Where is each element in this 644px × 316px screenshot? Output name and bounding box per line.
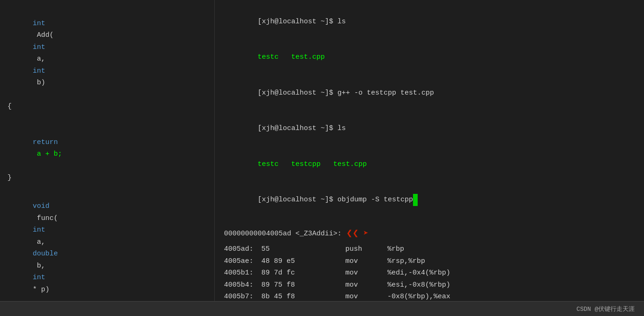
term-line-5: testc testcpp test.cpp xyxy=(224,146,635,182)
keyword-int5: int xyxy=(33,274,45,282)
red-arrow-1: ❮❮ xyxy=(346,225,359,242)
param-a2: a, xyxy=(33,238,49,246)
keyword-void: void xyxy=(33,202,49,210)
code-line-1: int Add( int a, int b) xyxy=(7,6,207,101)
brace-close: } xyxy=(7,174,12,182)
param-p: * p) xyxy=(33,286,49,294)
asm-row-f1-2: 4005ae: 48 89 e5 mov %rsp,%rbp xyxy=(224,255,635,268)
left-panel: int Add( int a, int b) { return a + b; }… xyxy=(0,0,215,301)
asm-row-f1-4: 4005b4: 89 75 f8 mov %esi,-0x8(%rbp) xyxy=(224,279,635,291)
fn-add: Add( xyxy=(33,31,54,39)
op: %rsp,%rbp xyxy=(387,255,425,268)
addr: 4005b4: xyxy=(224,279,261,291)
right-panel: [xjh@localhost ~]$ ls testc test.cpp [xj… xyxy=(215,0,644,301)
mnem: mov xyxy=(345,291,387,301)
op: %rbp xyxy=(387,243,404,255)
indent xyxy=(33,126,66,134)
term-text-3: [xjh@localhost ~]$ g++ -o testcpp test.c… xyxy=(258,89,434,97)
hex: 89 75 f8 xyxy=(261,279,345,291)
term-text-1: [xjh@localhost ~]$ ls xyxy=(258,18,346,26)
keyword-double: double xyxy=(33,250,58,258)
term-text-5: testc testcpp test.cpp xyxy=(258,160,367,168)
hex: 89 7d fc xyxy=(261,267,345,279)
spacer-term xyxy=(224,218,635,221)
op: %esi,-0x8(%rbp) xyxy=(387,279,450,291)
arrow-shape-1: ➤ xyxy=(364,227,369,241)
term-line-4: [xjh@localhost ~]$ ls xyxy=(224,111,635,147)
keyword-int3: int xyxy=(33,67,45,75)
footer: CSDN @伏键行走天涯 xyxy=(0,301,644,316)
hex: 8b 45 f8 xyxy=(261,291,345,301)
mnem: mov xyxy=(345,267,387,279)
footer-text: CSDN @伏键行走天涯 xyxy=(576,305,635,313)
keyword-int4: int xyxy=(33,226,45,234)
main-container: int Add( int a, int b) { return a + b; }… xyxy=(0,0,644,301)
func1-header: 00000000004005ad <_Z3Addii>: ❮❮ ➤ xyxy=(224,225,635,242)
keyword-int2: int xyxy=(33,43,45,51)
asm-row-f1-5: 4005b7: 8b 45 f8 mov -0x8(%rbp),%eax xyxy=(224,291,635,301)
term-line-2: testc test.cpp xyxy=(224,40,635,76)
addr: 4005b7: xyxy=(224,291,261,301)
keyword-return: return xyxy=(33,138,58,146)
asm-row-f1-1: 4005ad: 55 push %rbp xyxy=(224,243,635,255)
term-text-6: [xjh@localhost ~]$ objdump -S testcpp xyxy=(258,196,413,204)
term-line-3: [xjh@localhost ~]$ g++ -o testcpp test.c… xyxy=(224,75,635,111)
return-val: a + b; xyxy=(33,150,62,158)
param-a: a, xyxy=(33,55,49,63)
func1-section: 00000000004005ad <_Z3Addii>: ❮❮ ➤ 4005ad… xyxy=(224,225,635,301)
term-text-4: [xjh@localhost ~]$ ls xyxy=(258,124,346,132)
code-line-2: { xyxy=(7,101,207,113)
addr: 4005ad: xyxy=(224,243,261,255)
terminal-output: [xjh@localhost ~]$ ls testc test.cpp [xj… xyxy=(224,4,635,218)
addr: 4005ae: xyxy=(224,255,261,268)
mnem: push xyxy=(345,243,387,255)
hex: 48 89 e5 xyxy=(261,255,345,268)
term-text-2: testc test.cpp xyxy=(258,53,325,61)
code-line-4: } xyxy=(7,172,207,184)
param-b: b) xyxy=(33,79,45,87)
op: -0x8(%rbp),%eax xyxy=(387,291,450,301)
code-line-3: return a + b; xyxy=(7,113,207,172)
param-b2: b, xyxy=(33,262,49,270)
code-line-5: void func( int a, double b, int * p) xyxy=(7,189,207,302)
addr: 4005b1: xyxy=(224,267,261,279)
hex: 55 xyxy=(261,243,345,255)
cursor xyxy=(413,194,418,206)
brace-open: { xyxy=(7,103,12,110)
spacer1 xyxy=(7,184,207,189)
fn-func: func( xyxy=(33,214,58,222)
keyword-int: int xyxy=(33,20,45,27)
mnem: mov xyxy=(345,255,387,268)
asm-row-f1-3: 4005b1: 89 7d fc mov %edi,-0x4(%rbp) xyxy=(224,267,635,279)
op: %edi,-0x4(%rbp) xyxy=(387,267,450,279)
term-line-1: [xjh@localhost ~]$ ls xyxy=(224,4,635,40)
func1-addr: 00000000004005ad <_Z3Addii>: xyxy=(224,228,342,240)
term-line-6: [xjh@localhost ~]$ objdump -S testcpp xyxy=(224,182,635,218)
mnem: mov xyxy=(345,279,387,291)
